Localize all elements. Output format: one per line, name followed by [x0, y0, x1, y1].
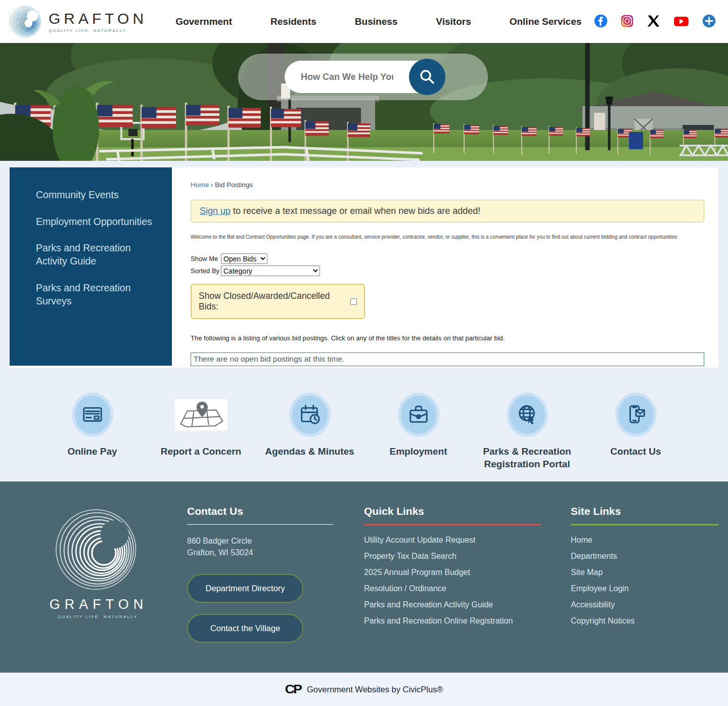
- quick-link-utility-account[interactable]: Utility Account Update Request: [364, 536, 541, 545]
- grafton-logo[interactable]: GRAFTON QUALITY LIFE. NATURALLY.: [9, 4, 147, 40]
- breadcrumb-separator: ›: [211, 181, 213, 189]
- breadcrumb-current: Bid Postings: [215, 181, 253, 189]
- show-me-label: Show Me: [191, 255, 221, 262]
- social-links: [594, 14, 716, 28]
- share-plus-icon[interactable]: [702, 14, 716, 28]
- main-nav: Government Residents Business Visitors O…: [175, 16, 581, 27]
- footer-contact-column: Contact Us 860 Badger Circle Grafton, WI…: [187, 505, 334, 673]
- nav-visitors[interactable]: Visitors: [436, 16, 471, 27]
- footer-contact-heading: Contact Us: [187, 505, 334, 517]
- calendar-clock-icon: [298, 403, 322, 426]
- site-header: GRAFTON QUALITY LIFE. NATURALLY. Governm…: [0, 0, 728, 43]
- civicplus-logo-icon: CP: [285, 682, 301, 696]
- site-link-site-map[interactable]: Site Map: [571, 568, 718, 577]
- quick-link-property-tax[interactable]: Property Tax Data Search: [364, 552, 541, 561]
- welcome-text: Welcome to the Bid and Contract Opportun…: [191, 234, 704, 240]
- site-link-copyright-notices[interactable]: Copyright Notices: [571, 616, 718, 626]
- show-closed-bids-checkbox[interactable]: [350, 298, 357, 305]
- quick-link-program-budget[interactable]: 2025 Annual Program Budget: [364, 568, 541, 577]
- quick-link-employment[interactable]: Employment: [364, 392, 473, 481]
- listing-description: The following is a listing of various bi…: [191, 334, 704, 342]
- logo-name: GRAFTON: [49, 10, 147, 27]
- logo-tagline: QUALITY LIFE. NATURALLY.: [49, 28, 147, 33]
- department-directory-button[interactable]: Department Directory: [187, 574, 303, 603]
- search-icon: [419, 68, 436, 85]
- search-container: [238, 54, 488, 100]
- site-link-home[interactable]: Home: [571, 536, 718, 545]
- show-closed-bids-box: Show Closed/Awarded/Cancelled Bids:: [191, 284, 365, 319]
- contact-the-village-button[interactable]: Contact the Village: [187, 614, 303, 643]
- nav-business[interactable]: Business: [355, 16, 397, 27]
- civicplus-credit-text[interactable]: Government Websites by CivicPlus®: [307, 685, 443, 694]
- nav-online-services[interactable]: Online Services: [510, 16, 582, 27]
- signup-link[interactable]: Sign up: [200, 206, 231, 216]
- sidebar-item-parks-surveys[interactable]: Parks and Recreation Surveys: [36, 276, 156, 315]
- nav-government[interactable]: Government: [175, 16, 232, 27]
- footer-quick-links-column: Quick Links Utility Account Update Reque…: [364, 505, 541, 673]
- sidebar-item-employment-opportunities[interactable]: Employment Opportunities: [36, 209, 156, 236]
- search-button[interactable]: [409, 59, 445, 95]
- youtube-icon[interactable]: [673, 14, 690, 28]
- site-link-accessibility[interactable]: Accessibility: [571, 600, 718, 609]
- grafton-swirl-icon: [9, 4, 43, 40]
- quick-access-row: Online Pay Report a Concern: [10, 368, 718, 481]
- sorted-by-row: Sorted By Category: [191, 266, 704, 276]
- footer-logo-tagline: QUALITY LIFE. NATURALLY.: [58, 614, 140, 619]
- show-closed-bids-label: Show Closed/Awarded/Cancelled Bids:: [199, 291, 346, 312]
- nav-residents[interactable]: Residents: [270, 16, 316, 27]
- x-twitter-icon[interactable]: [647, 14, 660, 28]
- quick-link-parks-activity-guide[interactable]: Parks and Recreation Activity Guide: [364, 600, 541, 609]
- quick-link-resolution-ordinance[interactable]: Resolution / Ordinance: [364, 584, 541, 593]
- grafton-swirl-white-icon: [51, 505, 147, 594]
- site-links-rule: [571, 524, 718, 525]
- breadcrumb: Home › Bid Postings: [191, 181, 704, 189]
- site-link-employee-login[interactable]: Employee Login: [571, 584, 718, 593]
- quick-link-online-pay[interactable]: Online Pay: [38, 392, 147, 481]
- search-bar[interactable]: [285, 61, 444, 93]
- sorted-by-label: Sorted By: [191, 267, 221, 275]
- contact-heading-rule: [187, 524, 334, 525]
- show-me-select[interactable]: Open Bids: [221, 253, 267, 264]
- bid-postings-content: Home › Bid Postings Sign up to receive a…: [191, 167, 704, 366]
- sorted-by-select[interactable]: Category: [221, 266, 320, 276]
- content-panel: Community Events Employment Opportunitie…: [10, 167, 718, 368]
- site-links-heading: Site Links: [571, 505, 718, 517]
- signup-banner-text: to receive a text message or email when …: [231, 206, 480, 216]
- sidebar-item-parks-activity-guide[interactable]: Parks and Recreation Activity Guide: [36, 236, 156, 275]
- main-area: Community Events Employment Opportunitie…: [0, 161, 728, 481]
- civicplus-bar[interactable]: CP Government Websites by CivicPlus®: [0, 673, 728, 706]
- briefcase-icon: [407, 403, 430, 426]
- facebook-icon[interactable]: [594, 14, 608, 28]
- hero-banner: [0, 43, 728, 161]
- credit-card-icon: [81, 403, 104, 426]
- quick-link-parks-registration-portal[interactable]: Parks & Recreation Registration Portal: [473, 392, 581, 481]
- quick-link-report-a-concern[interactable]: Report a Concern: [147, 392, 255, 481]
- sidebar-item-community-events[interactable]: Community Events: [36, 183, 156, 209]
- footer-logo: GRAFTON QUALITY LIFE. NATURALLY.: [20, 505, 177, 673]
- quick-link-contact-us[interactable]: Contact Us: [581, 392, 690, 481]
- signup-banner: Sign up to receive a text message or ema…: [191, 200, 704, 223]
- site-link-departments[interactable]: Departments: [571, 552, 718, 561]
- sidebar: Community Events Employment Opportunitie…: [10, 167, 172, 366]
- quick-link-parks-online-registration[interactable]: Parks and Recreation Online Registration: [364, 616, 541, 626]
- quick-links-rule: [364, 524, 541, 525]
- show-me-row: Show Me Open Bids: [191, 253, 704, 264]
- quick-links-heading: Quick Links: [364, 505, 541, 517]
- phone-mail-icon: [624, 403, 648, 426]
- site-footer: GRAFTON QUALITY LIFE. NATURALLY. Contact…: [0, 481, 728, 673]
- instagram-icon[interactable]: [620, 14, 634, 28]
- breadcrumb-home-link[interactable]: Home: [191, 181, 209, 189]
- search-input[interactable]: [285, 72, 393, 82]
- globe-cursor-icon: [516, 403, 539, 426]
- footer-logo-name: GRAFTON: [50, 597, 148, 612]
- map-pin-icon: [178, 401, 224, 429]
- quick-link-agendas-minutes[interactable]: Agendas & Minutes: [255, 392, 364, 481]
- no-bids-message: There are no open bid postings at this t…: [191, 352, 704, 366]
- footer-site-links-column: Site Links Home Departments Site Map Emp…: [571, 505, 718, 673]
- footer-address: 860 Badger Circle Grafton, WI 53024: [187, 535, 334, 558]
